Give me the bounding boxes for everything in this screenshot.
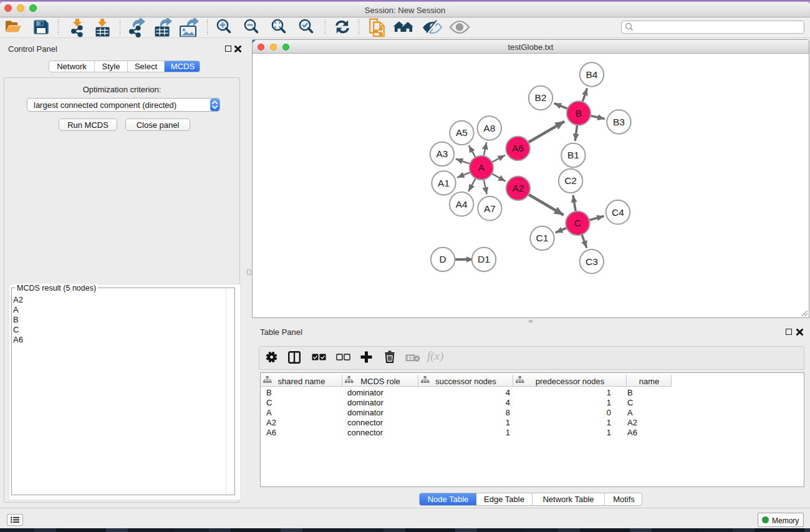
svg-text:A6: A6 <box>512 143 524 153</box>
svg-text:C4: C4 <box>612 207 624 218</box>
svg-text:B3: B3 <box>613 117 625 127</box>
svg-text:C1: C1 <box>536 233 549 243</box>
svg-text:A7: A7 <box>484 203 496 214</box>
svg-text:A1: A1 <box>438 178 450 188</box>
svg-text:A2: A2 <box>512 183 524 193</box>
svg-text:A5: A5 <box>456 127 468 138</box>
svg-text:A8: A8 <box>483 123 495 133</box>
svg-text:B1: B1 <box>567 150 579 160</box>
svg-text:C2: C2 <box>564 175 577 186</box>
svg-text:A: A <box>478 162 485 173</box>
svg-text:D: D <box>440 254 446 264</box>
svg-text:C3: C3 <box>586 256 598 267</box>
svg-text:C: C <box>574 218 581 228</box>
svg-text:B: B <box>576 108 582 118</box>
svg-text:A3: A3 <box>436 148 448 159</box>
svg-text:D1: D1 <box>478 254 490 264</box>
svg-text:A4: A4 <box>456 199 468 210</box>
svg-text:B4: B4 <box>586 69 598 80</box>
svg-text:B2: B2 <box>535 92 547 103</box>
